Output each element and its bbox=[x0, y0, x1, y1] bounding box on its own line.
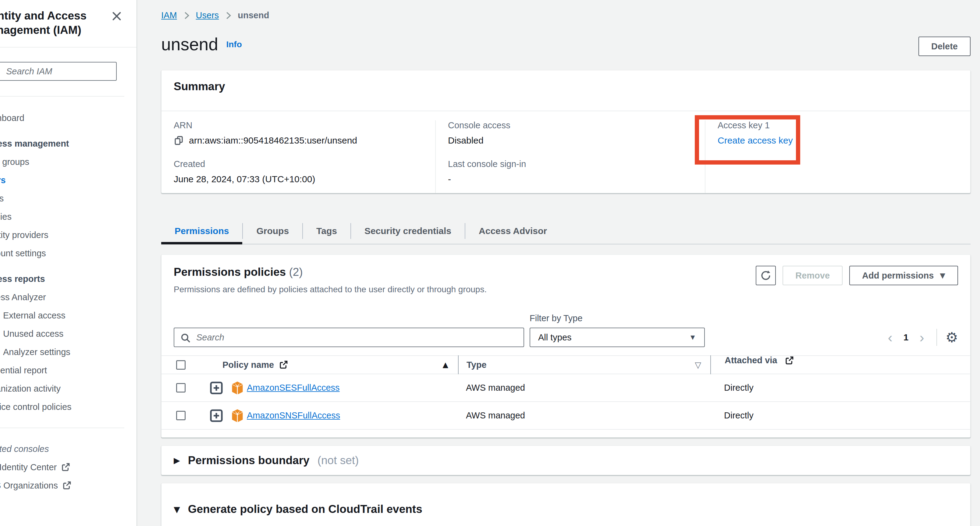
page-header: unsend Info Delete bbox=[161, 34, 970, 59]
permissions-boundary-title: Permissions boundary bbox=[188, 454, 310, 467]
sidebar-item-service-control-policies[interactable]: Service control policies bbox=[0, 398, 137, 416]
sidebar-divider bbox=[0, 96, 124, 97]
breadcrumb-link-users[interactable]: Users bbox=[196, 10, 219, 21]
sidebar-section-access-management: Access management bbox=[0, 134, 137, 153]
access-key-label: Access key 1 bbox=[718, 121, 970, 130]
tab-access-advisor[interactable]: Access Advisor bbox=[465, 218, 560, 244]
sidebar-divider bbox=[0, 47, 137, 48]
caret-down-icon: ▼ bbox=[689, 333, 696, 342]
sidebar-item-analyzer-settings[interactable]: Analyzer settings bbox=[0, 343, 137, 361]
page-title: unsend bbox=[161, 34, 218, 54]
tab-groups[interactable]: Groups bbox=[243, 218, 302, 244]
row-checkbox[interactable] bbox=[176, 411, 186, 420]
previous-page-icon[interactable]: ‹ bbox=[886, 331, 894, 344]
breadcrumb-link-iam[interactable]: IAM bbox=[161, 10, 177, 21]
add-permissions-button[interactable]: Add permissions ▼ bbox=[849, 266, 958, 285]
created-label: Created bbox=[174, 159, 435, 169]
generate-policy-toggle[interactable]: ▼ Generate policy based on CloudTrail ev… bbox=[174, 503, 958, 516]
sidebar-item-access-analyzer[interactable]: Access Analyzer bbox=[0, 288, 137, 306]
sidebar-item-organization-activity[interactable]: Organization activity bbox=[0, 380, 137, 398]
refresh-button[interactable] bbox=[756, 266, 776, 285]
column-header-attached-via[interactable]: Attached via bbox=[710, 355, 970, 374]
tab-permissions[interactable]: Permissions bbox=[161, 218, 242, 244]
breadcrumb-separator-icon bbox=[224, 11, 232, 20]
sidebar-item-dashboard[interactable]: Dashboard bbox=[0, 109, 137, 127]
external-link-icon bbox=[61, 462, 70, 472]
policies-search-input[interactable] bbox=[174, 327, 524, 347]
type-filter-select[interactable]: All types ▼ bbox=[530, 327, 705, 347]
last-signin-value: - bbox=[448, 174, 705, 184]
summary-body: ARN arn:aws:iam::905418462135:user/unsen… bbox=[162, 111, 970, 193]
sort-ascending-icon[interactable]: ▲ bbox=[443, 361, 448, 369]
sidebar-item-roles[interactable]: Roles bbox=[0, 189, 137, 208]
gear-icon[interactable]: ⚙ bbox=[945, 329, 958, 346]
sidebar-title: Identity and Access Management (IAM) bbox=[0, 0, 115, 37]
delete-button[interactable]: Delete bbox=[918, 37, 970, 56]
table-row: AmazonSESFullAccess AWS managed Directly bbox=[162, 374, 970, 402]
sidebar-item-account-settings[interactable]: Account settings bbox=[0, 244, 137, 262]
table-header-row: Policy name ▲ Type ▽ bbox=[162, 355, 970, 374]
sidebar-section-related-consoles: Related consoles bbox=[0, 440, 137, 458]
sort-filter-icon[interactable]: ▽ bbox=[695, 360, 701, 370]
iam-sidebar: Identity and Access Management (IAM) Das… bbox=[0, 0, 137, 526]
policies-description: Permissions are defined by policies atta… bbox=[174, 284, 487, 294]
policy-link[interactable]: AmazonSESFullAccess bbox=[247, 383, 340, 393]
console-access-value: Disabled bbox=[448, 135, 705, 146]
column-header-type[interactable]: Type ▽ bbox=[458, 355, 710, 374]
sidebar-item-users[interactable]: Users bbox=[0, 171, 137, 189]
caret-down-icon: ▼ bbox=[940, 272, 945, 280]
sidebar-search-input[interactable] bbox=[0, 62, 117, 81]
sidebar-item-iam-identity-center[interactable]: IAM Identity Center bbox=[0, 458, 137, 476]
permissions-boundary-card: ▶ Permissions boundary (not set) bbox=[161, 445, 970, 475]
attached-via-cell: Directly bbox=[710, 383, 970, 393]
next-page-icon[interactable]: › bbox=[918, 331, 926, 344]
generate-policy-card: ▼ Generate policy based on CloudTrail ev… bbox=[161, 483, 970, 526]
external-link-icon bbox=[785, 356, 794, 365]
expand-row-icon[interactable] bbox=[210, 409, 223, 423]
section-expanded-icon: ▼ bbox=[174, 505, 180, 514]
breadcrumb-separator-icon bbox=[183, 11, 191, 20]
sidebar-item-policies[interactable]: Policies bbox=[0, 208, 137, 226]
permissions-policies-card: Permissions policies (2) Permissions are… bbox=[161, 254, 970, 438]
copy-icon[interactable] bbox=[174, 135, 184, 146]
sidebar-item-label: AWS Organizations bbox=[0, 481, 58, 491]
sidebar-section-access-reports: Access reports bbox=[0, 270, 137, 288]
console-access-label: Console access bbox=[448, 121, 705, 130]
summary-card: Summary ARN arn:aws:iam::9054184 bbox=[161, 70, 970, 193]
arn-label: ARN bbox=[174, 121, 435, 130]
search-icon bbox=[180, 333, 191, 343]
sidebar-item-unused-access[interactable]: Unused access bbox=[0, 324, 137, 343]
sidebar-item-external-access[interactable]: External access bbox=[0, 306, 137, 324]
policies-table: Policy name ▲ Type ▽ bbox=[162, 355, 970, 430]
managed-policy-icon bbox=[231, 409, 244, 423]
sidebar-item-aws-organizations[interactable]: AWS Organizations bbox=[0, 476, 137, 494]
select-all-checkbox[interactable] bbox=[176, 360, 186, 370]
iam-user-detail-page: Identity and Access Management (IAM) Das… bbox=[0, 0, 980, 526]
row-checkbox[interactable] bbox=[176, 383, 186, 393]
policy-link[interactable]: AmazonSNSFullAccess bbox=[247, 410, 340, 421]
current-page-number[interactable]: 1 bbox=[904, 332, 909, 343]
policy-type-cell: AWS managed bbox=[458, 383, 710, 393]
tab-tags[interactable]: Tags bbox=[303, 218, 350, 244]
sidebar-item-user-groups[interactable]: User groups bbox=[0, 153, 137, 171]
expand-row-icon[interactable] bbox=[210, 381, 223, 395]
create-access-key-link[interactable]: Create access key bbox=[718, 135, 793, 146]
sidebar-item-credential-report[interactable]: Credential report bbox=[0, 361, 137, 380]
tab-security-credentials[interactable]: Security credentials bbox=[351, 218, 465, 244]
tab-bar: Permissions Groups Tags Security credent… bbox=[161, 218, 970, 245]
managed-policy-icon bbox=[231, 381, 244, 395]
sidebar-item-label: IAM Identity Center bbox=[0, 462, 57, 472]
info-link[interactable]: Info bbox=[226, 40, 242, 49]
sidebar-nav: Dashboard Access management User groups … bbox=[0, 105, 137, 416]
sidebar-close-icon[interactable] bbox=[111, 10, 123, 22]
sidebar-item-identity-providers[interactable]: Identity providers bbox=[0, 226, 137, 244]
remove-button[interactable]: Remove bbox=[783, 266, 843, 285]
policies-title: Permissions policies (2) bbox=[174, 266, 487, 278]
generate-policy-title: Generate policy based on CloudTrail even… bbox=[188, 503, 422, 516]
table-row: AmazonSNSFullAccess AWS managed Directly bbox=[162, 402, 970, 430]
permissions-boundary-toggle[interactable]: ▶ Permissions boundary (not set) bbox=[174, 454, 359, 467]
external-link-icon bbox=[62, 481, 71, 490]
permissions-boundary-note: (not set) bbox=[318, 454, 359, 467]
policy-type-cell: AWS managed bbox=[458, 410, 710, 421]
column-header-policy-name[interactable]: Policy name ▲ bbox=[192, 360, 458, 370]
